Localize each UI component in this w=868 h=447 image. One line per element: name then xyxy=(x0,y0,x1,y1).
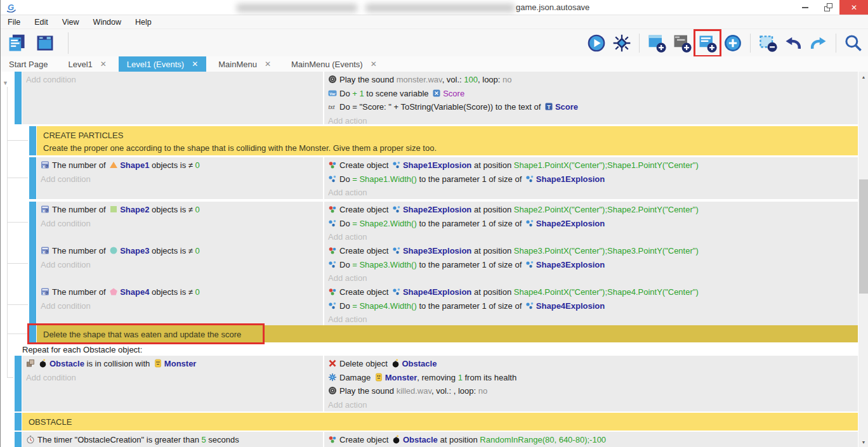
actions-cell: Create object Shape1Explosion at positio… xyxy=(324,157,858,199)
menu-help[interactable]: Help xyxy=(128,15,159,29)
toolbar xyxy=(1,29,868,56)
add-comment-button[interactable] xyxy=(696,32,719,55)
delete-icon xyxy=(328,359,337,368)
condition-item[interactable]: Obstacle is in collision with Monster xyxy=(26,357,323,371)
add-condition-button[interactable]: Add condition xyxy=(26,371,323,385)
scene-editor-button[interactable] xyxy=(34,32,56,55)
add-action-button[interactable]: Add action xyxy=(328,186,858,199)
minimize-button[interactable] xyxy=(794,0,817,15)
add-action-button[interactable]: Add action xyxy=(328,114,858,125)
debug-button[interactable] xyxy=(610,32,633,55)
event-highlight-bar xyxy=(29,284,36,326)
tab-close-icon[interactable]: ✕ xyxy=(265,60,271,68)
condition-item[interactable]: x?The number of Shape4 objects is ≠ 0 xyxy=(41,285,323,299)
event-row: x?The number of Shape3 objects is ≠ 0Add… xyxy=(29,243,858,285)
add-condition-button[interactable]: Add condition xyxy=(41,299,323,313)
sound-icon xyxy=(328,75,337,84)
action-item[interactable]: Create object Obstacle at position Rando… xyxy=(328,433,858,447)
remove-event-icon xyxy=(758,33,778,53)
menu-file[interactable]: File xyxy=(1,15,27,29)
svg-text:T: T xyxy=(547,104,551,110)
conditions-cell: x?The number of Shape1 objects is ≠ 0Add… xyxy=(37,157,323,199)
action-item[interactable]: Play the sound monster.wav, vol.: 100, l… xyxy=(328,73,858,87)
action-item[interactable]: Create object Shape2Explosion at positio… xyxy=(328,203,858,217)
conditions-cell: The timer "ObstacleCreation" is greater … xyxy=(22,432,323,447)
play-button[interactable] xyxy=(585,32,608,55)
count-icon: x? xyxy=(41,160,49,169)
add-subevent-icon xyxy=(672,33,692,53)
action-item[interactable]: Do = Shape3.Width() to the parameter 1 o… xyxy=(328,258,858,272)
add-action-button[interactable]: Add action xyxy=(328,398,858,412)
conditions-cell: x?The number of Shape2 objects is ≠ 0Add… xyxy=(37,202,323,243)
remove-event-button[interactable] xyxy=(756,32,779,55)
conditions-cell: x?The number of Shape3 objects is ≠ 0Add… xyxy=(37,243,323,285)
add-action-button[interactable]: Add action xyxy=(328,230,858,243)
tab-close-icon[interactable]: ✕ xyxy=(100,60,107,68)
tab-level1[interactable]: Level1✕ xyxy=(60,56,114,72)
action-item[interactable]: Create object Shape1Explosion at positio… xyxy=(328,159,858,172)
tab-close-icon[interactable]: ✕ xyxy=(192,60,198,68)
action-item[interactable]: txtDo = "Score: " + ToString(Variable(Sc… xyxy=(328,100,858,114)
vertical-scrollbar[interactable]: ▲ ▼ xyxy=(858,72,868,447)
add-event-button[interactable] xyxy=(645,32,668,55)
action-item[interactable]: VarDo + 1 to scene variable Score xyxy=(328,87,858,101)
comment-text[interactable]: OBSTACLE xyxy=(22,413,858,431)
comment-text[interactable]: CREATE PARTICLESCreate the proper one ac… xyxy=(37,126,858,155)
foreach-event-header[interactable]: Repeat for each Obstacle object: xyxy=(15,344,858,356)
action-item[interactable]: Create object Shape3Explosion at positio… xyxy=(328,244,858,258)
event-row: The timer "ObstacleCreation" is greater … xyxy=(15,432,858,447)
event-row: Obstacle is in collision with MonsterAdd… xyxy=(15,356,858,411)
conditions-cell: x?The number of Shape4 objects is ≠ 0Add… xyxy=(37,284,323,326)
particles-icon xyxy=(392,205,401,214)
comment-text[interactable]: Delete the shape that was eaten and upda… xyxy=(37,325,858,342)
svg-text:Var: Var xyxy=(329,91,336,95)
action-item[interactable]: Play the sound killed.wav, vol.: , loop:… xyxy=(328,384,858,398)
action-item[interactable]: Delete object Obstacle xyxy=(328,357,858,371)
redo-button[interactable] xyxy=(807,32,830,55)
add-condition-button[interactable]: Add condition xyxy=(26,73,323,87)
condition-item[interactable]: The timer "ObstacleCreation" is greater … xyxy=(26,433,323,447)
tab-start-page[interactable]: Start Page xyxy=(1,56,56,72)
damage-icon xyxy=(328,373,337,382)
search-button[interactable] xyxy=(842,32,865,55)
action-item[interactable]: Create object Shape4Explosion at positio… xyxy=(328,285,858,299)
add-condition-button[interactable]: Add condition xyxy=(41,172,323,186)
tab-level1-events-[interactable]: Level1 (Events)✕ xyxy=(119,56,206,72)
bomb-icon xyxy=(392,435,401,444)
condition-item[interactable]: x?The number of Shape3 objects is ≠ 0 xyxy=(41,244,323,258)
add-condition-button[interactable]: Add condition xyxy=(41,258,323,272)
collapse-arrow-icon[interactable]: ▼ xyxy=(3,80,8,86)
add-action-button[interactable]: Add action xyxy=(328,313,858,326)
menu-view[interactable]: View xyxy=(55,15,86,29)
menu-window[interactable]: Window xyxy=(86,15,128,29)
add-condition-button[interactable]: Add condition xyxy=(41,217,323,231)
action-item[interactable]: Do = Shape1.Width() to the parameter 1 o… xyxy=(328,172,858,186)
textobj-icon: T xyxy=(544,102,553,111)
action-item[interactable]: Do = Shape4.Width() to the parameter 1 o… xyxy=(328,299,858,313)
add-circle-button[interactable] xyxy=(721,32,744,55)
scroll-up-icon[interactable]: ▲ xyxy=(858,72,868,82)
add-subevent-button[interactable] xyxy=(671,32,694,55)
tab-mainmenu[interactable]: MainMenu✕ xyxy=(210,56,279,72)
particles-icon xyxy=(525,174,534,183)
scrollbar-thumb[interactable] xyxy=(859,179,868,294)
particles-icon xyxy=(328,219,337,228)
action-item[interactable]: Damage Monster, removing 1 from its heal… xyxy=(328,371,858,385)
action-item[interactable]: Do = Shape2.Width() to the parameter 1 o… xyxy=(328,217,858,231)
project-manager-button[interactable] xyxy=(6,32,29,55)
undo-button[interactable] xyxy=(782,32,805,55)
tab-mainmenu-events-[interactable]: MainMenu (Events)✕ xyxy=(283,56,385,72)
svg-text:G: G xyxy=(8,3,14,12)
maximize-button[interactable] xyxy=(817,0,839,15)
condition-item[interactable]: x?The number of Shape2 objects is ≠ 0 xyxy=(41,203,323,217)
close-button[interactable]: ✕ xyxy=(839,0,868,15)
add-event-icon xyxy=(647,33,667,53)
scroll-down-icon[interactable]: ▼ xyxy=(858,437,868,447)
condition-item[interactable]: x?The number of Shape1 objects is ≠ 0 xyxy=(41,159,323,172)
add-action-button[interactable]: Add action xyxy=(328,271,858,285)
tab-close-icon[interactable]: ✕ xyxy=(371,60,377,68)
scenevar-icon xyxy=(432,89,441,98)
window-title: game.json.autosave xyxy=(516,3,589,12)
menu-edit[interactable]: Edit xyxy=(27,15,55,29)
comment-row: Delete the shape that was eaten and upda… xyxy=(29,325,858,342)
